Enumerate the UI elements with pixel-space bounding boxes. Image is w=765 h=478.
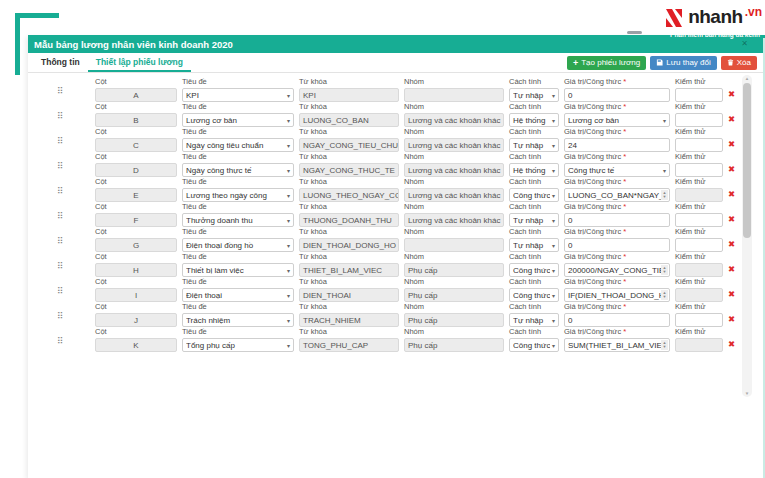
method-select[interactable]: Tự nhập ▾ bbox=[509, 238, 559, 252]
method-select-value: Công thức bbox=[513, 291, 550, 300]
method-select[interactable]: Tự nhập ▾ bbox=[509, 313, 559, 327]
delete-row-icon[interactable]: ✖ bbox=[728, 290, 738, 303]
delete-row-icon[interactable]: ✖ bbox=[728, 315, 738, 328]
delete-row-icon[interactable]: ✖ bbox=[728, 165, 738, 178]
value-field[interactable]: 24 bbox=[564, 138, 670, 152]
value-text: 0 bbox=[568, 316, 666, 325]
title-select[interactable]: Thiết bị làm việc ▾ bbox=[182, 263, 294, 277]
method-select[interactable]: Công thức ▾ bbox=[509, 188, 559, 202]
title-field-group: Tiêu đề Lương theo ngày công ▾ bbox=[182, 178, 294, 203]
title-select[interactable]: KPI ▾ bbox=[182, 88, 294, 102]
tab-thiet-lap-phieu-luong[interactable]: Thiết lập phiếu lương bbox=[88, 53, 191, 72]
value-field[interactable]: 200000/NGAY_CONG_TIEU_CHUAN*N ▲▼ bbox=[564, 263, 670, 277]
salary-column-row: ⠿ Cột C Tiêu đề Ngày công tiêu chuẩn ▾ T… bbox=[50, 128, 765, 153]
delete-row-icon[interactable]: ✖ bbox=[728, 240, 738, 253]
vertical-scrollbar[interactable]: ▲ ▼ bbox=[742, 75, 752, 397]
column-field-group: Cột J bbox=[95, 303, 177, 328]
test-input[interactable] bbox=[675, 238, 723, 252]
keyword-label: Từ khóa bbox=[299, 128, 399, 136]
chevron-down-icon: ▾ bbox=[287, 92, 290, 99]
title-select[interactable]: Tổng phụ cấp ▾ bbox=[182, 338, 294, 352]
delete-button[interactable]: Xóa bbox=[721, 56, 757, 70]
title-select[interactable]: Điện thoại ▾ bbox=[182, 288, 294, 302]
method-select[interactable]: Tự nhập ▾ bbox=[509, 213, 559, 227]
drag-handle-icon[interactable]: ⠿ bbox=[57, 112, 90, 128]
method-select[interactable]: Hệ thống ▾ bbox=[509, 163, 559, 177]
keyword-label: Từ khóa bbox=[299, 203, 399, 211]
method-select[interactable]: Công thức ▾ bbox=[509, 288, 559, 302]
keyword-field-group: Từ khóa TONG_PHU_CAP bbox=[299, 328, 399, 353]
test-label: Kiểm thử bbox=[675, 203, 723, 211]
create-payslip-button[interactable]: + Tạo phiếu lương bbox=[567, 56, 646, 70]
formula-scroll-icon: ▲▼ bbox=[661, 265, 668, 275]
method-select[interactable]: Công thức ▾ bbox=[509, 338, 559, 352]
title-label: Tiêu đề bbox=[182, 253, 294, 261]
test-input[interactable] bbox=[675, 313, 723, 327]
method-select-value: Công thức bbox=[513, 191, 550, 200]
drag-handle-icon[interactable]: ⠿ bbox=[57, 212, 90, 228]
method-select[interactable]: Công thức ▾ bbox=[509, 263, 559, 277]
title-select[interactable]: Lương theo ngày công ▾ bbox=[182, 188, 294, 202]
title-select-value: Tổng phụ cấp bbox=[186, 341, 285, 350]
title-select[interactable]: Thưởng doanh thu ▾ bbox=[182, 213, 294, 227]
value-field[interactable]: 0 bbox=[564, 88, 670, 102]
delete-row-icon[interactable]: ✖ bbox=[728, 140, 738, 153]
delete-row-icon[interactable]: ✖ bbox=[728, 190, 738, 203]
value-field[interactable]: SUM(THIET_BI_LAM_VIEC,DIEN_THOAI, ▲▼ bbox=[564, 338, 670, 352]
value-field[interactable]: 0 bbox=[564, 213, 670, 227]
title-select[interactable]: Ngày công thực tế ▾ bbox=[182, 163, 294, 177]
plus-icon: + bbox=[573, 58, 578, 68]
scrollbar-up-icon[interactable]: ▲ bbox=[742, 76, 752, 81]
tab-thong-tin[interactable]: Thông tin bbox=[33, 53, 88, 72]
drag-handle-icon[interactable]: ⠿ bbox=[57, 162, 90, 178]
value-field[interactable]: 0 bbox=[564, 313, 670, 327]
value-field[interactable]: 0 bbox=[564, 238, 670, 252]
drag-handle-icon[interactable]: ⠿ bbox=[57, 287, 90, 303]
test-label: Kiểm thử bbox=[675, 78, 723, 86]
drag-handle-icon[interactable]: ⠿ bbox=[57, 337, 90, 353]
title-select[interactable]: Lương cơ bản ▾ bbox=[182, 113, 294, 127]
delete-row-icon[interactable]: ✖ bbox=[728, 265, 738, 278]
scrollbar-down-icon[interactable]: ▼ bbox=[742, 391, 752, 396]
title-label: Tiêu đề bbox=[182, 178, 294, 186]
title-select[interactable]: Trách nhiệm ▾ bbox=[182, 313, 294, 327]
scrollbar-thumb[interactable] bbox=[743, 83, 751, 238]
delete-row-icon[interactable]: ✖ bbox=[728, 90, 738, 103]
delete-row-icon[interactable]: ✖ bbox=[728, 340, 738, 353]
drag-handle-icon[interactable]: ⠿ bbox=[57, 87, 90, 103]
drag-handle-icon[interactable]: ⠿ bbox=[57, 187, 90, 203]
method-label: Cách tính bbox=[509, 278, 559, 286]
required-asterisk: * bbox=[623, 252, 626, 261]
test-input bbox=[675, 338, 723, 352]
title-label: Tiêu đề bbox=[182, 278, 294, 286]
test-label: Kiểm thử bbox=[675, 128, 723, 136]
value-field[interactable]: IF(DIEN_THOAI_DONG_HO>200000*90 ▲▼ bbox=[564, 288, 670, 302]
brand-domain: .vn bbox=[745, 5, 762, 19]
test-input[interactable] bbox=[675, 163, 723, 177]
test-input[interactable] bbox=[675, 138, 723, 152]
drag-handle-icon[interactable]: ⠿ bbox=[57, 137, 90, 153]
chevron-down-icon: ▾ bbox=[552, 267, 555, 274]
test-input[interactable] bbox=[675, 88, 723, 102]
drag-handle-icon[interactable]: ⠿ bbox=[57, 262, 90, 278]
value-field[interactable]: LUONG_CO_BAN*NGAY_CONG_THUC_ ▲▼ bbox=[564, 188, 670, 202]
value-field[interactable]: Công thực tế ▾ bbox=[564, 163, 670, 177]
value-field[interactable]: Lương cơ bản ▾ bbox=[564, 113, 670, 127]
method-select[interactable]: Hệ thống ▾ bbox=[509, 113, 559, 127]
column-letter-field: H bbox=[95, 263, 177, 277]
title-select[interactable]: Ngày công tiêu chuẩn ▾ bbox=[182, 138, 294, 152]
method-select[interactable]: Tự nhập ▾ bbox=[509, 138, 559, 152]
title-select[interactable]: Điện thoại đồng hồ ▾ bbox=[182, 238, 294, 252]
drag-handle-icon[interactable]: ⠿ bbox=[57, 312, 90, 328]
title-field-group: Tiêu đề KPI ▾ bbox=[182, 78, 294, 103]
method-select[interactable]: Tự nhập ▾ bbox=[509, 88, 559, 102]
value-label: Giá trị/Công thức * bbox=[564, 78, 670, 86]
drag-handle-icon[interactable]: ⠿ bbox=[57, 237, 90, 253]
chevron-down-icon: ▾ bbox=[552, 117, 555, 124]
test-input[interactable] bbox=[675, 213, 723, 227]
delete-row-icon[interactable]: ✖ bbox=[728, 215, 738, 228]
delete-row-icon[interactable]: ✖ bbox=[728, 115, 738, 128]
save-changes-button[interactable]: Lưu thay đổi bbox=[650, 56, 717, 70]
test-input[interactable] bbox=[675, 113, 723, 127]
title-label: Tiêu đề bbox=[182, 328, 294, 336]
